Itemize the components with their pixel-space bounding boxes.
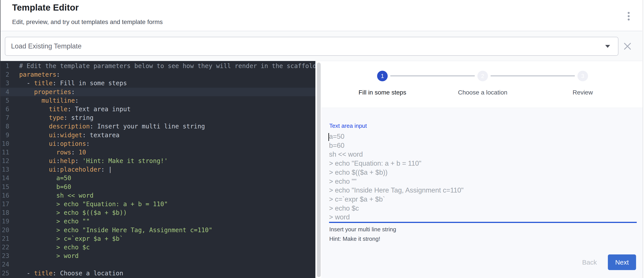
code-line: 19 > echo ""	[0, 217, 316, 226]
step-3-circle: 3	[578, 71, 588, 81]
textarea-placeholder-line: > echo ""	[329, 177, 637, 186]
code-line: 6 title: Text area input	[0, 105, 316, 113]
step-2-circle: 2	[478, 71, 488, 81]
load-template-bar	[0, 32, 642, 61]
code-line: 21 > c=`expr $a + $b`	[0, 234, 316, 243]
textarea-placeholder-line: a=50	[329, 132, 637, 141]
textarea-placeholder-line: sh << word	[329, 150, 637, 159]
code-line: 1# Edit the template parameters below to…	[0, 62, 316, 70]
field-description: Insert your multi line string	[329, 226, 396, 233]
stepper: 1 2 3 Fill in some steps Choose a locati…	[321, 61, 643, 108]
textarea-placeholder-line: > echo "Inside Here Tag, Assignment c=11…	[329, 186, 637, 195]
code-line: 22 > echo $c	[0, 243, 316, 252]
preview-panel: 1 2 3 Fill in some steps Choose a locati…	[321, 61, 643, 278]
stepper-connector	[390, 76, 475, 76]
text-cursor	[328, 133, 329, 141]
textarea-placeholder-line: b=60	[329, 141, 637, 150]
code-line: 15 b=60	[0, 183, 316, 191]
code-line: 24	[0, 260, 316, 269]
step-3-number: 3	[581, 73, 584, 79]
code-line: 4 properties:	[0, 88, 316, 96]
back-button[interactable]: Back	[577, 259, 602, 266]
step-2-number: 2	[481, 73, 484, 79]
next-button[interactable]: Next	[608, 255, 636, 270]
textarea-placeholder-line: > echo $c	[329, 204, 637, 213]
code-line: 3 - title: Fill in some steps	[0, 79, 316, 87]
code-line: 17 > echo "Equation: a + b = 110"	[0, 200, 316, 208]
load-template-input[interactable]	[11, 37, 602, 55]
code-line: 7 type: string	[0, 113, 316, 122]
page-title: Template Editor	[12, 3, 79, 12]
step-1-circle: 1	[377, 71, 388, 81]
yaml-code-editor[interactable]: 1# Edit the template parameters below to…	[0, 61, 316, 278]
wizard-buttons: Back Next	[577, 255, 636, 270]
editor-scrollbar-thumb[interactable]	[317, 62, 321, 277]
multiline-textarea[interactable]: a=50b=60sh << word> echo "Equation: a + …	[329, 132, 637, 222]
field-help-hint: Hint: Make it strong!	[329, 236, 380, 242]
code-line: 14 a=50	[0, 174, 316, 182]
code-line: 11 rows: 10	[0, 148, 316, 157]
code-line: 18 > echo $(($a + $b))	[0, 208, 316, 217]
caret-down-icon[interactable]	[605, 45, 610, 48]
step-1-label: Fill in some steps	[358, 89, 406, 96]
kebab-menu-icon[interactable]	[624, 10, 634, 22]
textarea-placeholder-line: > word	[329, 213, 637, 222]
code-line: 20 > echo "Inside Here Tag, Assignment c…	[0, 226, 316, 234]
code-line: 9 ui:widget: textarea	[0, 131, 316, 139]
textarea-focus-underline	[329, 222, 637, 223]
step-1-number: 1	[381, 73, 384, 79]
form-card: Text area input a=50b=60sh << word> echo…	[321, 108, 643, 278]
code-line: 12 ui:help: 'Hint: Make it strong!'	[0, 157, 316, 165]
textarea-field-label: Text area input	[329, 122, 367, 129]
stepper-connector	[490, 76, 575, 76]
step-3-label: Review	[572, 89, 593, 96]
textarea-placeholder-line: > echo "Equation: a + b = 110"	[329, 159, 637, 168]
page-header: Template Editor Edit, preview, and try o…	[0, 0, 642, 31]
code-line: 16 sh << word	[0, 191, 316, 200]
code-line: 2parameters:	[0, 70, 316, 79]
window-right-edge	[643, 0, 643, 278]
close-icon[interactable]	[623, 42, 632, 51]
page-subtitle: Edit, preview, and try out templates and…	[12, 18, 163, 25]
code-line: 8 description: Insert your multi line st…	[0, 122, 316, 131]
code-line: 10 ui:options:	[0, 139, 316, 148]
code-line: 5 multiline:	[0, 96, 316, 105]
code-line: 23 > word	[0, 252, 316, 260]
code-line: 13 ui:placeholder: |	[0, 165, 316, 174]
step-2-label: Choose a location	[458, 89, 507, 96]
code-line: 25 - title: Choose a location	[0, 269, 316, 278]
load-template-combobox[interactable]	[5, 37, 618, 56]
textarea-placeholder-line: > echo $(($a + $b))	[329, 168, 637, 177]
textarea-placeholder-line: > c=`expr $a + $b`	[329, 195, 637, 204]
